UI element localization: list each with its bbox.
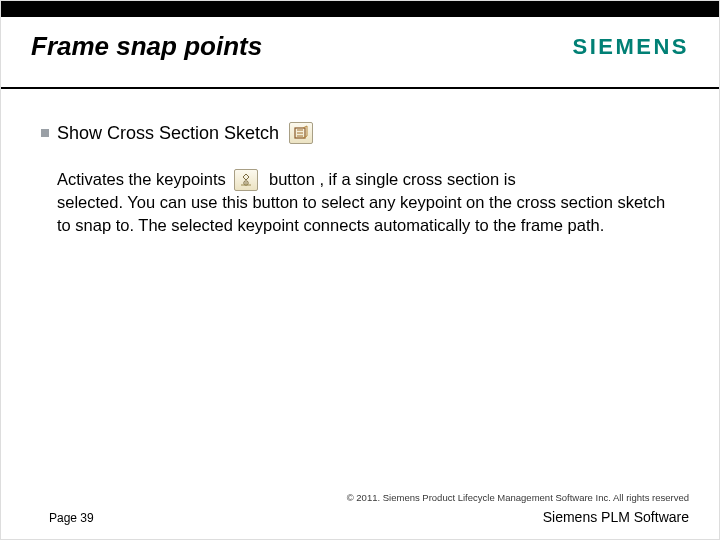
body-rest-text: selected. You can use this button to sel… [57, 191, 679, 237]
body-pre-icon-text: Activates the keypoints [57, 170, 226, 188]
header-divider [1, 87, 719, 89]
footer-row: Page 39 Siemens PLM Software [49, 509, 689, 525]
copyright-text: © 2011. Siemens Product Lifecycle Manage… [49, 492, 689, 503]
page-title: Frame snap points [31, 31, 262, 62]
product-name: Siemens PLM Software [543, 509, 689, 525]
slide: Frame snap points SIEMENS Show Cross Sec… [0, 0, 720, 540]
footer: © 2011. Siemens Product Lifecycle Manage… [1, 492, 719, 529]
bullet-marker-icon [41, 129, 49, 137]
bullet-item: Show Cross Section Sketch [41, 121, 679, 146]
top-black-band [1, 1, 719, 17]
siemens-logo: SIEMENS [572, 34, 689, 60]
cross-section-sketch-icon[interactable] [289, 122, 313, 144]
header-row: Frame snap points SIEMENS [1, 31, 719, 62]
bullet-label: Show Cross Section Sketch [57, 121, 279, 146]
body-post-icon-text: button , if a single cross section is [269, 170, 516, 188]
keypoints-icon[interactable] [234, 169, 258, 191]
svg-point-6 [246, 183, 248, 185]
page-number: Page 39 [49, 511, 94, 525]
content-area: Show Cross Section Sketch Activates the … [41, 121, 679, 237]
body-paragraph: Activates the keypoints button , if a si… [57, 168, 679, 237]
svg-marker-4 [243, 174, 249, 180]
